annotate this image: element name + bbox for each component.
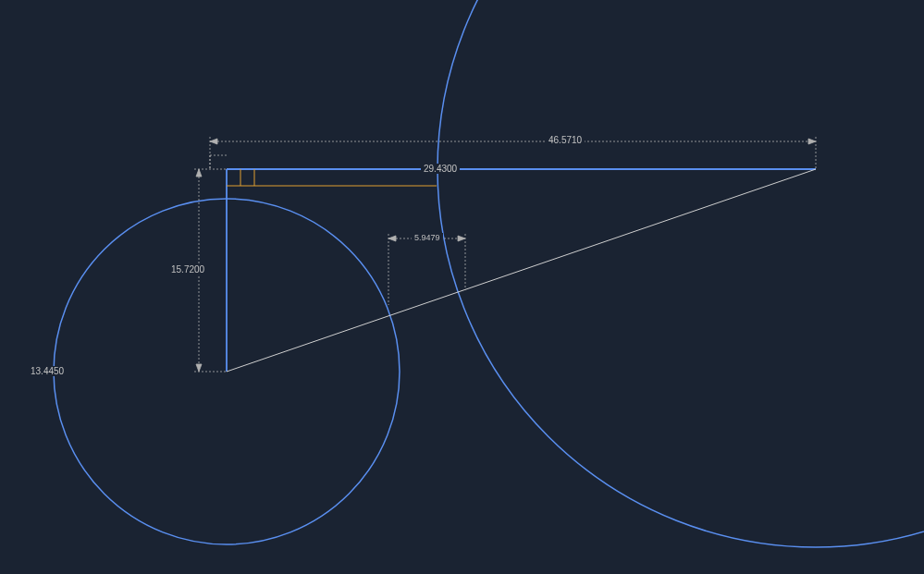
dim-top-width: 46.5710 — [546, 135, 585, 145]
svg-marker-13 — [808, 139, 816, 144]
dim-vertical-left: 15.7200 — [168, 264, 207, 275]
dim-top-segment: 29.4300 — [421, 164, 460, 174]
svg-marker-14 — [196, 169, 202, 177]
hypotenuse-line[interactable] — [227, 169, 816, 372]
svg-marker-15 — [196, 364, 202, 372]
dimension-arrows — [46, 139, 816, 374]
cad-canvas[interactable] — [0, 0, 924, 574]
dim-mid-small: 5.9479 — [412, 233, 443, 242]
svg-marker-12 — [210, 139, 217, 144]
svg-marker-17 — [458, 236, 465, 241]
svg-marker-16 — [388, 236, 396, 241]
dim-left-radius: 13.4450 — [28, 366, 67, 376]
